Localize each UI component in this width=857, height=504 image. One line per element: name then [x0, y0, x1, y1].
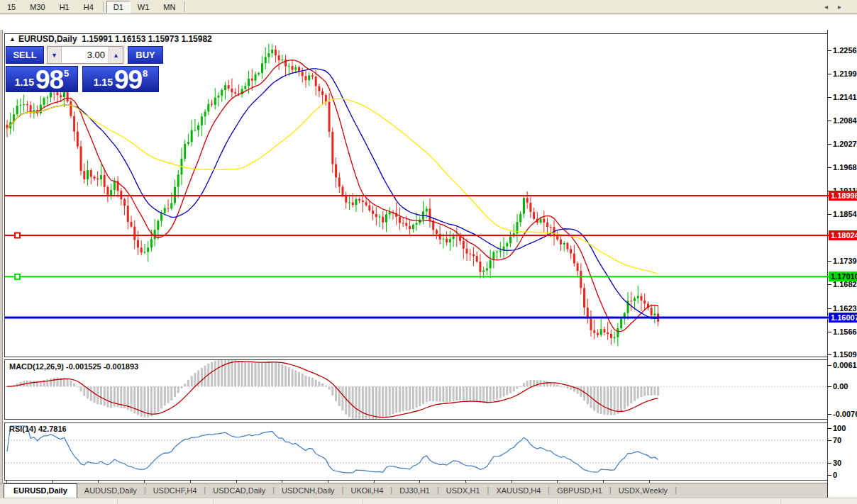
- tab-separator: |: [675, 483, 677, 498]
- axis-tick: [828, 50, 831, 51]
- volume-stepper: ▼ ▲: [47, 46, 123, 64]
- buy-price-sup: 8: [143, 68, 148, 79]
- macd-scale-label: 0.00: [833, 381, 848, 391]
- chart-tab-bar: EURUSD,DailyAUDUSD,Daily|USDCHF,H4|USDCA…: [0, 483, 857, 498]
- rsi-label: RSI(14) 42.7816: [9, 425, 67, 433]
- status-strip-divider: [557, 499, 558, 504]
- timeframe-w1[interactable]: W1: [131, 1, 157, 13]
- window-left-edge: [0, 30, 3, 498]
- macd-scale-label: 0.006193: [833, 360, 857, 370]
- price-scale-label: 1.22565: [833, 45, 857, 55]
- axis-tick: [828, 463, 831, 464]
- axis-tick: [828, 354, 831, 355]
- rsi-scale-label: 70: [833, 435, 841, 445]
- axis-tick: [828, 428, 831, 429]
- price-scale-label: 1.21995: [833, 69, 857, 79]
- rsi-scale-label: 0: [833, 470, 837, 480]
- axis-tick: [828, 121, 831, 121]
- sell-price-sup: 5: [64, 68, 69, 79]
- timeframe-d1[interactable]: D1: [106, 1, 131, 13]
- price-scale-label: 1.15095: [833, 349, 857, 359]
- chart-tab-ukoil-h4[interactable]: UKOil,H4: [343, 483, 390, 498]
- chart-title: ▲EURUSD,Daily 1.15991 1.16153 1.15973 1.…: [9, 34, 212, 44]
- chart-tab-usdx-h1[interactable]: USDX,H1: [439, 483, 487, 498]
- buy-button[interactable]: BUY: [128, 46, 163, 64]
- tab-scroll-left-icon[interactable]: ◂: [824, 3, 838, 11]
- tab-scroll-arrows: ◂▸: [824, 3, 851, 11]
- axis-tick: [828, 475, 831, 476]
- buy-price-big: 99: [114, 69, 142, 91]
- macd-label: MACD(12,26,9) -0.001525 -0.001893: [9, 362, 138, 371]
- price-line-badge-1.16007: 1.16007: [829, 313, 857, 323]
- timeframe-mn[interactable]: MN: [156, 1, 182, 13]
- chart-title-ohlc: 1.15991 1.16153 1.15973 1.15982: [82, 34, 212, 44]
- tab-scroll-right-icon[interactable]: ▸: [838, 3, 851, 11]
- axis-tick: [828, 261, 831, 262]
- chart-tab-usdx-weekly[interactable]: USDX,Weekly: [612, 483, 675, 498]
- axis-tick: [828, 365, 831, 366]
- sell-button[interactable]: SELL: [6, 46, 44, 64]
- line-handle-1.18024[interactable]: [15, 233, 20, 238]
- rsi-scale-label: 100: [833, 423, 846, 433]
- status-strip: [0, 498, 857, 504]
- chart-tab-audusd-daily[interactable]: AUDUSD,Daily: [77, 483, 144, 498]
- badge-dash: [824, 195, 829, 196]
- price-scale-label: 1.15665: [833, 327, 857, 337]
- one-click-trading-panel: SELL ▼ ▲ BUY 1.15985 1.15998: [6, 46, 163, 92]
- timeframe-h1[interactable]: H1: [52, 1, 77, 13]
- price-scale-label: 1.19685: [833, 162, 857, 172]
- axis-tick: [828, 97, 831, 98]
- chart-tab-usdcad-daily[interactable]: USDCAD,Daily: [206, 483, 272, 498]
- chart-tab-usdchf-h4[interactable]: USDCHF,H4: [146, 483, 204, 498]
- toolbar-separator: [103, 1, 104, 12]
- sell-price-big: 98: [35, 69, 63, 91]
- axis-tick: [828, 414, 831, 415]
- chart-tab-eurusd-daily[interactable]: EURUSD,Daily: [4, 483, 77, 498]
- axis-tick: [828, 167, 831, 168]
- timeframe-15[interactable]: 15: [0, 1, 23, 13]
- volume-decrease-button[interactable]: ▼: [48, 47, 62, 63]
- volume-increase-button[interactable]: ▲: [109, 47, 123, 63]
- volume-input[interactable]: [62, 47, 109, 63]
- price-scale-label: 1.21410: [833, 92, 857, 102]
- chart-tab-xauusd-h4[interactable]: XAUUSD,H4: [489, 483, 548, 498]
- sell-price-small: 1.15: [15, 77, 34, 87]
- status-strip-divider: [213, 499, 214, 504]
- buy-price-box[interactable]: 1.15998: [82, 66, 159, 92]
- axis-tick: [828, 308, 831, 309]
- status-strip-divider: [780, 499, 781, 504]
- axis-tick: [828, 284, 831, 285]
- chart-tab-usdcnh-daily[interactable]: USDCNH,Daily: [275, 483, 342, 498]
- price-scale-label: 1.16235: [833, 303, 857, 313]
- badge-dash: [824, 317, 829, 318]
- price-line-badge-1.18024: 1.18024: [829, 230, 857, 240]
- price-scale-label: 1.20840: [833, 116, 857, 125]
- timeframe-h4[interactable]: H4: [77, 1, 101, 13]
- price-line-badge-1.17010: 1.17010: [829, 271, 857, 281]
- axis-tick: [828, 386, 831, 387]
- chart-tab-gbpusd-h1[interactable]: GBPUSD,H1: [550, 483, 609, 498]
- rsi-canvas[interactable]: [5, 423, 827, 480]
- chart-window: ▲EURUSD,Daily 1.15991 1.16153 1.15973 1.…: [0, 15, 857, 483]
- buy-price-small: 1.15: [94, 77, 113, 87]
- macd-scale-label: -0.00762: [833, 409, 857, 419]
- badge-dash: [824, 235, 829, 236]
- axis-tick: [828, 440, 831, 441]
- timeframe-toolbar: 15M30H1H4D1W1MN: [0, 0, 857, 14]
- price-scale-label: 1.20270: [833, 139, 857, 149]
- triangle-down-icon: ▼: [51, 52, 57, 59]
- rsi-indicator-panel[interactable]: [4, 422, 828, 481]
- price-axis: 1.225651.219951.214101.208401.202701.196…: [827, 30, 857, 498]
- timeframe-m30[interactable]: M30: [23, 1, 52, 13]
- sell-price-box[interactable]: 1.15985: [6, 66, 78, 92]
- chart-tab-dj30-h1[interactable]: DJ30,H1: [392, 483, 437, 498]
- collapse-triangle-icon: ▲: [9, 35, 16, 43]
- axis-tick: [828, 74, 831, 74]
- rsi-line: [7, 426, 658, 473]
- badge-dash: [824, 276, 829, 277]
- triangle-up-icon: ▲: [113, 52, 119, 59]
- line-handle-1.17010[interactable]: [15, 274, 20, 279]
- price-scale-label: 1.17390: [833, 256, 857, 266]
- axis-tick: [828, 332, 831, 332]
- axis-tick: [828, 144, 831, 145]
